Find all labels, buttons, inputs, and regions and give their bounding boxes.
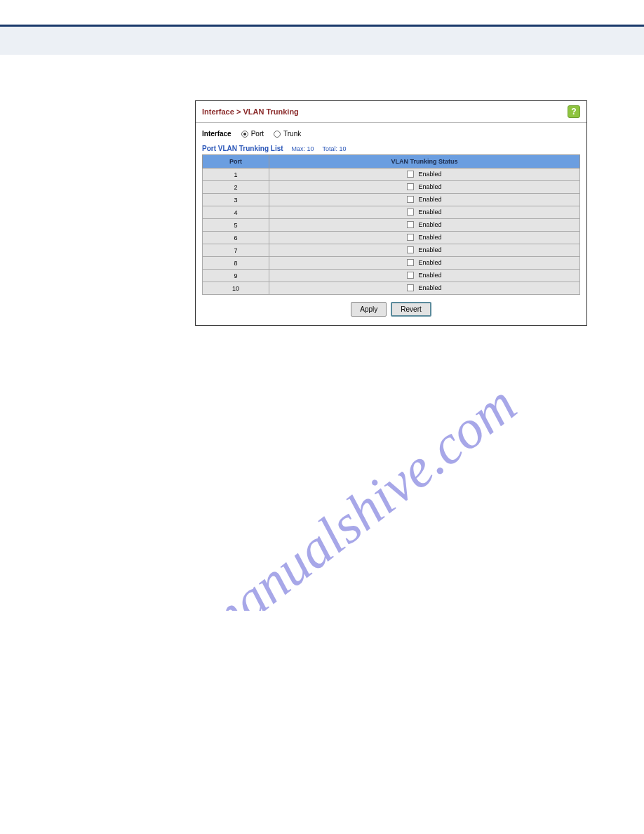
cell-port: 10 — [203, 282, 269, 295]
col-header-status: VLAN Trunking Status — [269, 155, 580, 168]
table-row: 4Enabled — [203, 206, 580, 219]
table-row: 3Enabled — [203, 194, 580, 206]
checkbox-icon[interactable] — [407, 284, 414, 291]
cell-port: 6 — [203, 232, 269, 244]
status-wrap: Enabled — [407, 259, 441, 266]
checkbox-icon[interactable] — [407, 171, 414, 178]
status-wrap: Enabled — [407, 272, 441, 279]
radio-port-group[interactable]: Port — [241, 130, 264, 138]
status-label: Enabled — [418, 221, 441, 228]
status-label: Enabled — [418, 284, 441, 291]
checkbox-icon[interactable] — [407, 183, 414, 190]
cell-status: Enabled — [269, 168, 580, 181]
col-header-port: Port — [203, 155, 269, 168]
list-total: Total: 10 — [323, 145, 347, 152]
cell-status: Enabled — [269, 206, 580, 219]
breadcrumb: Interface > VLAN Trunking — [202, 107, 299, 116]
cell-port: 5 — [203, 219, 269, 232]
table-row: 5Enabled — [203, 219, 580, 232]
cell-status: Enabled — [269, 219, 580, 232]
checkbox-icon[interactable] — [407, 208, 414, 216]
interface-selector-row: Interface Port Trunk — [202, 128, 580, 139]
status-label: Enabled — [418, 259, 441, 266]
table-row: 1Enabled — [203, 168, 580, 181]
table-row: 6Enabled — [203, 232, 580, 244]
status-wrap: Enabled — [407, 196, 441, 203]
status-wrap: Enabled — [407, 171, 441, 178]
list-max: Max: 10 — [292, 145, 314, 152]
status-label: Enabled — [418, 171, 441, 178]
status-label: Enabled — [418, 196, 441, 203]
status-label: Enabled — [418, 246, 441, 253]
help-icon[interactable]: ? — [568, 105, 580, 118]
table-row: 9Enabled — [203, 270, 580, 282]
status-wrap: Enabled — [407, 208, 441, 216]
button-row: Apply Revert — [202, 302, 580, 317]
cell-port: 7 — [203, 244, 269, 257]
panel-header: Interface > VLAN Trunking ? — [196, 101, 586, 123]
radio-trunk-label: Trunk — [283, 130, 301, 138]
radio-port-dot[interactable] — [241, 131, 248, 138]
radio-trunk-group[interactable]: Trunk — [274, 130, 301, 138]
status-wrap: Enabled — [407, 183, 441, 190]
table-row: 2Enabled — [203, 181, 580, 194]
cell-status: Enabled — [269, 181, 580, 194]
status-wrap: Enabled — [407, 284, 441, 291]
table-row: 8Enabled — [203, 257, 580, 270]
cell-port: 2 — [203, 181, 269, 194]
status-wrap: Enabled — [407, 221, 441, 228]
cell-status: Enabled — [269, 232, 580, 244]
panel-body: Interface Port Trunk Port VLAN Trunking … — [196, 123, 586, 325]
status-label: Enabled — [418, 272, 441, 279]
cell-status: Enabled — [269, 194, 580, 206]
radio-trunk-dot[interactable] — [274, 131, 281, 138]
cell-port: 1 — [203, 168, 269, 181]
cell-port: 4 — [203, 206, 269, 219]
checkbox-icon[interactable] — [407, 221, 414, 228]
cell-port: 8 — [203, 257, 269, 270]
checkbox-icon[interactable] — [407, 259, 414, 266]
list-title-row: Port VLAN Trunking List Max: 10 Total: 1… — [202, 145, 580, 152]
cell-port: 3 — [203, 194, 269, 206]
apply-button[interactable]: Apply — [351, 302, 387, 317]
status-label: Enabled — [418, 183, 441, 190]
table-row: 10Enabled — [203, 282, 580, 295]
status-wrap: Enabled — [407, 246, 441, 253]
revert-button[interactable]: Revert — [391, 302, 431, 317]
checkbox-icon[interactable] — [407, 196, 414, 203]
cell-port: 9 — [203, 270, 269, 282]
cell-status: Enabled — [269, 282, 580, 295]
vlan-trunking-table: Port VLAN Trunking Status 1Enabled2Enabl… — [202, 154, 580, 295]
cell-status: Enabled — [269, 270, 580, 282]
cell-status: Enabled — [269, 257, 580, 270]
vlan-trunking-panel: Interface > VLAN Trunking ? Interface Po… — [195, 100, 587, 326]
checkbox-icon[interactable] — [407, 246, 414, 253]
radio-port-label: Port — [251, 130, 264, 138]
checkbox-icon[interactable] — [407, 234, 414, 241]
svg-text:manualshive.com: manualshive.com — [189, 373, 527, 611]
status-label: Enabled — [418, 234, 441, 241]
status-label: Enabled — [418, 208, 441, 216]
checkbox-icon[interactable] — [407, 272, 414, 279]
table-row: 7Enabled — [203, 244, 580, 257]
top-band — [0, 27, 644, 55]
cell-status: Enabled — [269, 244, 580, 257]
interface-label: Interface — [202, 130, 232, 138]
list-title: Port VLAN Trunking List — [202, 145, 283, 152]
status-wrap: Enabled — [407, 234, 441, 241]
